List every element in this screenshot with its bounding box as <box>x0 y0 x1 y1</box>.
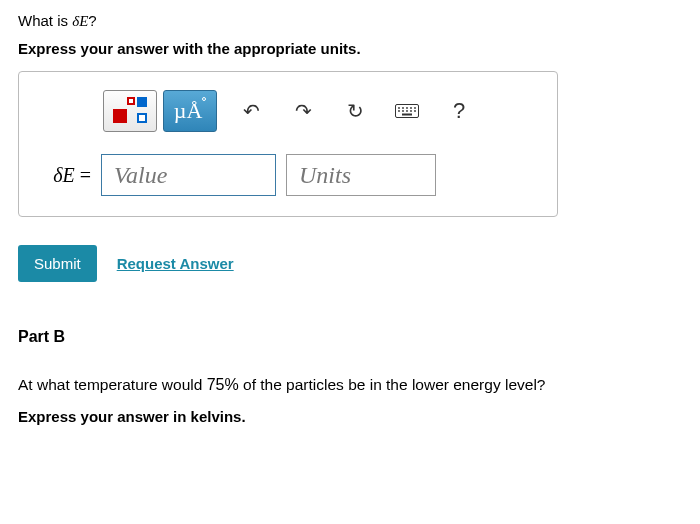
submit-button[interactable]: Submit <box>18 245 97 282</box>
answer-input-row: δE = Value Units <box>33 154 543 196</box>
request-answer-link[interactable]: Request Answer <box>117 255 234 272</box>
question-prefix: What is <box>18 12 72 29</box>
part-b-instruction: Express your answer in kelvins. <box>18 408 682 425</box>
question-variable: δE <box>72 13 88 29</box>
answer-instruction: Express your answer with the appropriate… <box>18 40 682 57</box>
svg-point-7 <box>402 110 404 112</box>
part-b-question: At what temperature would 75% of the par… <box>18 376 682 394</box>
svg-point-10 <box>414 110 416 112</box>
svg-point-1 <box>398 107 400 109</box>
svg-point-8 <box>406 110 408 112</box>
keyboard-icon[interactable] <box>389 93 425 129</box>
action-row: Submit Request Answer <box>18 245 682 282</box>
answer-container: µÅ ↶ ↷ ↻ ? δE = Value Units <box>18 71 558 217</box>
part-b-heading: Part B <box>18 328 682 346</box>
formula-template-button[interactable] <box>103 90 157 132</box>
reset-icon[interactable]: ↻ <box>337 93 373 129</box>
lhs-equals: = <box>75 164 91 186</box>
symbols-button[interactable]: µÅ <box>163 90 217 132</box>
value-input[interactable]: Value <box>101 154 276 196</box>
units-input[interactable]: Units <box>286 154 436 196</box>
help-icon[interactable]: ? <box>441 93 477 129</box>
equation-lhs: δE = <box>33 164 91 187</box>
svg-point-9 <box>410 110 412 112</box>
value-placeholder: Value <box>114 162 167 189</box>
svg-rect-11 <box>402 114 412 116</box>
partb-q-suffix: of the particles be in the lower energy … <box>239 376 546 393</box>
svg-point-2 <box>402 107 404 109</box>
question-prompt: What is δE? <box>18 12 682 30</box>
redo-icon[interactable]: ↷ <box>285 93 321 129</box>
partb-percent: 75% <box>207 376 239 393</box>
svg-point-4 <box>410 107 412 109</box>
lhs-variable: δE <box>53 164 75 186</box>
partb-q-prefix: At what temperature would <box>18 376 207 393</box>
svg-point-6 <box>398 110 400 112</box>
toolbar: µÅ ↶ ↷ ↻ ? <box>103 90 543 132</box>
svg-point-3 <box>406 107 408 109</box>
svg-point-5 <box>414 107 416 109</box>
symbols-label: µÅ <box>174 98 203 124</box>
question-suffix: ? <box>88 12 96 29</box>
units-placeholder: Units <box>299 162 351 189</box>
undo-icon[interactable]: ↶ <box>233 93 269 129</box>
